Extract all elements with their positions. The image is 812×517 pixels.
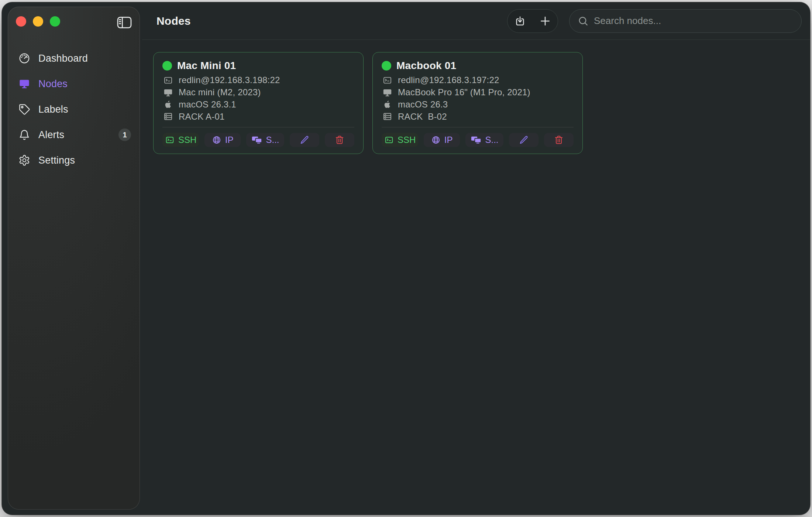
- os-row: macOS 26.3.1: [162, 99, 354, 111]
- node-name: Mac Mini 01: [177, 60, 236, 72]
- terminal-icon: [384, 135, 394, 145]
- node-actions: SSH IP: [162, 133, 354, 147]
- sidebar-item-labels[interactable]: Labels: [13, 100, 135, 118]
- close-button[interactable]: [16, 16, 26, 27]
- trash-icon: [554, 135, 564, 145]
- pencil-icon: [300, 135, 309, 145]
- sidebar-item-settings[interactable]: Settings: [13, 151, 135, 169]
- add-node-button[interactable]: [533, 10, 558, 32]
- sidebar-item-label: Labels: [38, 104, 68, 115]
- status-online-dot: [382, 61, 391, 71]
- node-card-header: Macbook 01: [382, 60, 574, 72]
- node-rack: RACK B-02: [398, 112, 447, 122]
- screens-icon: [471, 134, 482, 145]
- node-name: Macbook 01: [396, 60, 456, 72]
- ip-button-label: IP: [444, 135, 453, 145]
- delete-button[interactable]: [325, 133, 354, 147]
- sidebar-nav: Dashboard Nodes: [8, 27, 140, 169]
- card-divider: [162, 127, 354, 127]
- toolbar: [507, 9, 558, 33]
- trash-icon: [335, 135, 344, 145]
- sidebar-item-alerts[interactable]: Alerts 1: [13, 126, 135, 144]
- sidebar-item-dashboard[interactable]: Dashboard: [13, 49, 135, 67]
- screens-icon: [251, 134, 262, 145]
- app-window: Dashboard Nodes: [2, 2, 810, 515]
- node-card-header: Mac Mini 01: [162, 60, 354, 72]
- ip-button[interactable]: IP: [204, 133, 240, 147]
- bell-icon: [18, 129, 31, 141]
- node-model: Mac mini (M2, 2023): [179, 87, 261, 97]
- sidebar-item-label: Alerts: [38, 129, 64, 141]
- ssh-button-label: SSH: [178, 135, 196, 145]
- apple-icon: [162, 100, 173, 109]
- node-card: Macbook 01 redlin@192.168.3.197:22: [372, 52, 583, 154]
- rack-icon: [382, 112, 393, 121]
- ssh-address-row: redlin@192.168.3.197:22: [382, 74, 574, 86]
- sidebar-item-label: Nodes: [38, 78, 68, 90]
- sidebar-item-nodes[interactable]: Nodes: [13, 75, 135, 93]
- ssh-button-label: SSH: [398, 135, 416, 145]
- delete-button[interactable]: [544, 133, 574, 147]
- node-card-grid: Mac Mini 01 redlin@192.168.3.198:22: [142, 40, 810, 154]
- ssh-address-row: redlin@192.168.3.198:22: [162, 74, 354, 86]
- gear-icon: [18, 154, 31, 167]
- terminal-icon: [382, 75, 393, 85]
- rack-icon: [162, 112, 173, 121]
- terminal-icon: [162, 75, 173, 85]
- model-row: MacBook Pro 16" (M1 Pro, 2021): [382, 86, 574, 99]
- rack-row: RACK B-02: [382, 110, 574, 123]
- tag-icon: [18, 103, 31, 116]
- ssh-button[interactable]: SSH: [382, 133, 418, 147]
- node-rack: RACK A-01: [179, 112, 225, 122]
- monitor-icon: [18, 78, 31, 90]
- apple-icon: [382, 100, 393, 109]
- node-os: macOS 26.3: [398, 99, 448, 110]
- node-model: MacBook Pro 16" (M1 Pro, 2021): [398, 87, 530, 97]
- sidebar-item-label: Dashboard: [38, 53, 88, 64]
- monitor-icon: [382, 88, 393, 97]
- status-online-dot: [162, 61, 172, 71]
- monitor-icon: [162, 88, 173, 97]
- ssh-button[interactable]: SSH: [162, 133, 199, 147]
- model-row: Mac mini (M2, 2023): [162, 86, 354, 99]
- screens-button-label: S...: [266, 135, 279, 145]
- minimize-button[interactable]: [33, 16, 43, 27]
- globe-icon: [431, 135, 441, 145]
- plus-icon: [539, 15, 551, 27]
- screens-button-label: S...: [485, 135, 499, 145]
- sidebar-toggle-icon[interactable]: [117, 17, 132, 28]
- rack-row: RACK A-01: [162, 110, 354, 123]
- sidebar-item-label: Settings: [38, 155, 75, 166]
- download-icon: [514, 15, 526, 27]
- zoom-button[interactable]: [50, 16, 60, 27]
- card-divider: [382, 127, 574, 127]
- search-icon: [578, 16, 589, 27]
- main-area: Nodes: [142, 2, 810, 515]
- node-card: Mac Mini 01 redlin@192.168.3.198:22: [153, 52, 364, 154]
- edit-button[interactable]: [509, 133, 539, 147]
- search-box: [569, 9, 802, 33]
- node-actions: SSH IP: [382, 133, 574, 147]
- edit-button[interactable]: [290, 133, 319, 147]
- ip-button[interactable]: IP: [424, 133, 460, 147]
- screens-button[interactable]: S...: [465, 133, 503, 147]
- pencil-icon: [519, 135, 529, 145]
- alerts-count-badge: 1: [118, 129, 131, 141]
- header: Nodes: [142, 2, 810, 40]
- os-row: macOS 26.3: [382, 99, 574, 111]
- import-button[interactable]: [508, 10, 533, 32]
- ssh-address: redlin@192.168.3.197:22: [398, 75, 499, 85]
- ip-button-label: IP: [225, 135, 234, 145]
- ssh-address: redlin@192.168.3.198:22: [179, 75, 280, 85]
- page-title: Nodes: [156, 15, 191, 27]
- gauge-icon: [18, 52, 31, 65]
- screens-button[interactable]: S...: [246, 133, 284, 147]
- terminal-icon: [165, 135, 175, 145]
- node-os: macOS 26.3.1: [179, 99, 236, 110]
- globe-icon: [212, 135, 221, 145]
- sidebar: Dashboard Nodes: [8, 7, 140, 510]
- search-input[interactable]: [594, 15, 793, 27]
